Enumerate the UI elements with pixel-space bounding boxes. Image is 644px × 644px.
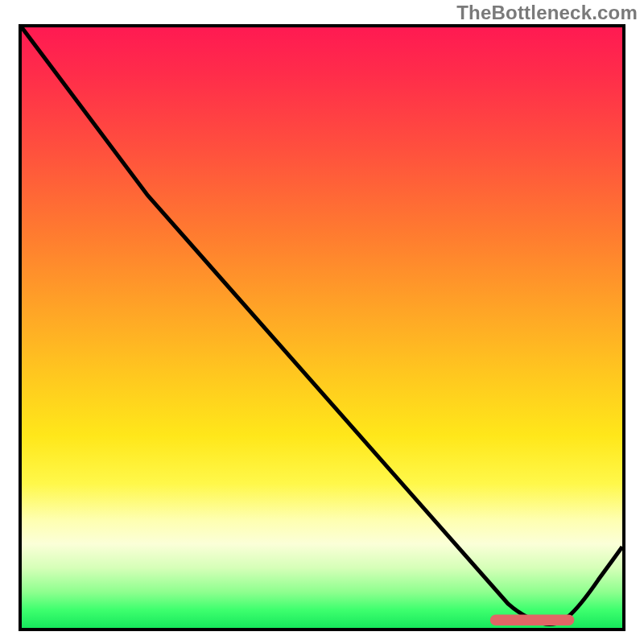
optimal-range-bar [490, 615, 574, 625]
curve-overlay [22, 27, 622, 628]
bottleneck-curve [22, 27, 622, 625]
watermark-text: TheBottleneck.com [456, 2, 638, 24]
plot-area [19, 24, 625, 631]
chart-frame: TheBottleneck.com [0, 0, 644, 644]
